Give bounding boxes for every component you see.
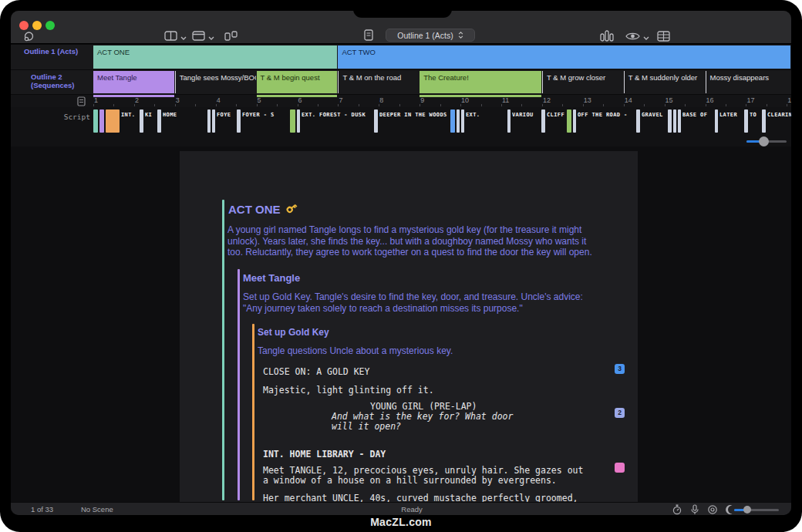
- script-character-line[interactable]: YOUNG GIRL (PRE-LAP): [370, 402, 477, 412]
- scene-heading-label: CLIFF: [547, 109, 565, 118]
- ruler-tick: [277, 104, 278, 106]
- act-block[interactable]: ACT TWO: [338, 45, 790, 69]
- scene-segment[interactable]: INT.: [121, 109, 138, 133]
- scene-heading-label: BASE OF: [682, 109, 713, 118]
- sequence-color-strip: [93, 95, 174, 97]
- eye-icon[interactable]: [625, 32, 640, 41]
- script-action-line[interactable]: Majestic, light glinting off it.: [263, 386, 434, 396]
- script-scene-heading[interactable]: INT. HOME LIBRARY - DAY: [263, 450, 386, 460]
- outline-sequences-row: Outline 2 (Sequences) Meet TangleTangle …: [11, 69, 791, 94]
- scene-divider-bar: [541, 109, 545, 133]
- ruler-page-number: 2: [135, 96, 139, 104]
- script-page[interactable]: ACT ONE A young girl named Tangle longs …: [180, 151, 638, 502]
- chevron-down-icon[interactable]: [643, 36, 649, 40]
- sequence-block[interactable]: Tangle sees Mossy/BOOM: [175, 71, 256, 93]
- scene-segment[interactable]: HOME: [163, 109, 206, 133]
- chart-icon[interactable]: [600, 30, 614, 42]
- scene-segment[interactable]: CLEARING: [767, 109, 791, 133]
- document-icon[interactable]: [364, 29, 373, 41]
- scene-segment[interactable]: KI: [145, 109, 156, 133]
- comment-badge[interactable]: 3: [615, 364, 625, 374]
- scene-color-block[interactable]: [450, 109, 455, 133]
- act-synopsis[interactable]: A young girl named Tangle longs to find …: [227, 224, 628, 258]
- ruler-tick: [767, 104, 767, 106]
- subsection-synopsis[interactable]: Tangle questions Uncle about a mysteriou…: [258, 345, 581, 357]
- window-view-icon[interactable]: [192, 31, 205, 41]
- scene-segment[interactable]: FOYE: [217, 109, 235, 133]
- slider-knob[interactable]: [759, 136, 769, 146]
- board-view-icon[interactable]: [224, 31, 238, 41]
- scene-segment[interactable]: DEEPER IN THE WOODS: [379, 109, 449, 133]
- scene-color-block[interactable]: [290, 109, 295, 133]
- gold-key-icon: [285, 202, 298, 217]
- scene-divider-bar: [507, 109, 511, 133]
- sequences-track: Meet TangleTangle sees Mossy/BOOMT & M b…: [93, 70, 791, 94]
- ruler-tick: [746, 104, 746, 106]
- sequence-block[interactable]: T & M suddenly older: [624, 71, 705, 93]
- act-block[interactable]: ACT ONE: [93, 45, 337, 69]
- ruler-tick: [216, 104, 217, 106]
- table-icon[interactable]: [657, 31, 670, 42]
- scene-color-block[interactable]: [567, 109, 571, 133]
- sequence-section-bar: [238, 269, 240, 500]
- sequence-block[interactable]: T & M begin quest: [257, 71, 338, 93]
- script-action-line[interactable]: Meet TANGLE, 12, precocious eyes, unruly…: [263, 466, 583, 485]
- ruler-page-number: 16: [706, 96, 714, 104]
- close-window-button[interactable]: [19, 21, 29, 30]
- scene-segment[interactable]: LATER: [719, 109, 743, 133]
- scene-segment[interactable]: OFF THE ROAD -: [578, 109, 635, 133]
- scene-segment[interactable]: EXT.: [466, 109, 506, 133]
- subsection-title[interactable]: Set up Gold Key: [258, 327, 329, 338]
- comment-badge[interactable]: 2: [615, 408, 625, 418]
- timeline-zoom-slider[interactable]: [746, 136, 787, 146]
- focus-circle-icon[interactable]: [707, 504, 718, 515]
- flag-badge[interactable]: [615, 463, 625, 473]
- scene-segment[interactable]: GRAVEL: [642, 109, 666, 133]
- act-title[interactable]: ACT ONE: [228, 202, 298, 217]
- microphone-icon[interactable]: [690, 504, 699, 515]
- ruler-tick: [379, 104, 379, 106]
- chevron-down-icon[interactable]: [180, 36, 187, 40]
- scene-segment[interactable]: BASE OF: [682, 109, 713, 133]
- scene-segment[interactable]: EXT. FOREST - DUSK: [302, 109, 372, 133]
- ruler-tick: [460, 104, 461, 106]
- chevron-down-icon[interactable]: [208, 36, 214, 40]
- ruler-tick: [787, 104, 787, 106]
- sequence-block[interactable]: T & M grow closer: [542, 71, 623, 93]
- sequence-title[interactable]: Meet Tangle: [243, 272, 300, 284]
- page-ruler: 123456789101112131415161718: [11, 94, 791, 107]
- split-view-icon[interactable]: [164, 31, 177, 41]
- script-shot-line[interactable]: CLOSE ON: A GOLD KEY: [263, 367, 369, 377]
- scene-segment[interactable]: CLIFF: [547, 109, 565, 133]
- scene-segment[interactable]: TO: [750, 109, 760, 133]
- timer-icon[interactable]: [672, 504, 682, 515]
- scene-segment[interactable]: FOYER - S: [242, 109, 288, 133]
- ruler-page-number: 6: [298, 96, 302, 104]
- statusbar-slider[interactable]: [734, 506, 779, 513]
- slider-knob[interactable]: [743, 506, 751, 513]
- scene-heading-label: INT.: [121, 109, 138, 118]
- sequence-block[interactable]: Meet Tangle: [93, 71, 174, 93]
- ruler-tick: [685, 104, 686, 106]
- scene-segment[interactable]: VARIOU: [512, 109, 540, 133]
- ruler-tick: [501, 104, 502, 106]
- sequence-color-strip: [420, 95, 541, 97]
- sequence-block[interactable]: Mossy disappears: [706, 71, 790, 93]
- ruler-tick: [624, 104, 625, 106]
- scene-color-block[interactable]: [99, 109, 104, 133]
- minimize-window-button[interactable]: [32, 21, 42, 30]
- ruler-tick: [154, 104, 155, 106]
- app-activity-icon[interactable]: [23, 31, 35, 42]
- sequence-block[interactable]: T & M on the road: [338, 71, 419, 93]
- outline-selector-dropdown[interactable]: Outline 1 (Acts): [386, 29, 475, 42]
- scene-color-block[interactable]: [93, 109, 98, 133]
- script-action-line[interactable]: Her merchant UNCLE, 40s, curved mustache…: [263, 493, 578, 502]
- scene-color-block[interactable]: [106, 109, 120, 133]
- zoom-window-button[interactable]: [45, 21, 55, 30]
- ruler-tick: [338, 104, 339, 106]
- sequence-synopsis[interactable]: Set up Gold Key. Tangle's desire to find…: [243, 291, 636, 314]
- sequence-block[interactable]: The Creature!: [420, 71, 541, 93]
- scene-divider-bar: [237, 109, 241, 133]
- script-dialogue-line[interactable]: And what is the key for? What door will …: [332, 412, 513, 431]
- ruler-tick: [93, 104, 94, 106]
